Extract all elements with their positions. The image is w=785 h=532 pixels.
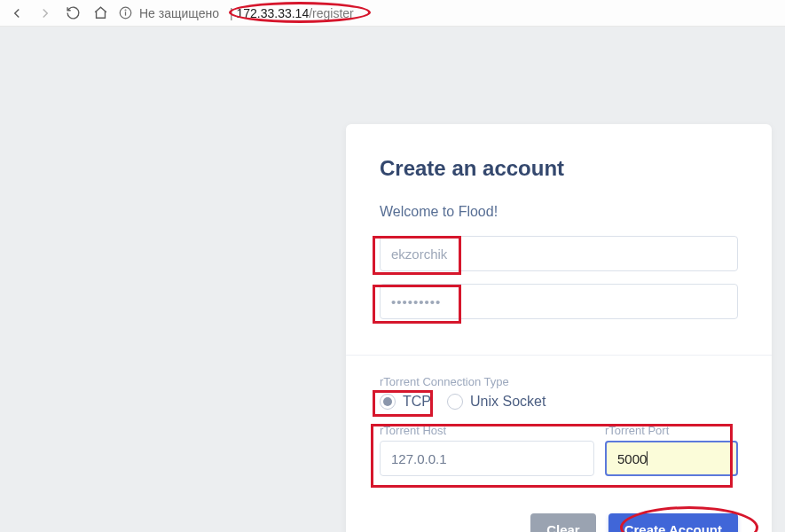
register-card: Create an account Welcome to Flood! rTor… <box>346 124 772 532</box>
radio-unix-label: Unix Socket <box>470 394 546 410</box>
security-label: Не защищено <box>139 6 219 20</box>
radio-tcp-label: TCP <box>403 394 431 410</box>
port-input[interactable]: 5000 <box>605 441 738 476</box>
port-value: 5000 <box>617 451 647 466</box>
host-label: rTorrent Host <box>380 424 594 437</box>
page-background: Create an account Welcome to Flood! rTor… <box>0 27 785 532</box>
browser-toolbar: Не защищено | 172.33.33.14/register <box>0 0 785 27</box>
radio-unix[interactable]: Unix Socket <box>447 394 546 410</box>
svg-point-2 <box>125 10 126 11</box>
address-bar[interactable]: Не защищено | 172.33.33.14/register <box>119 6 354 20</box>
back-icon[interactable] <box>9 5 25 21</box>
radio-circle-icon <box>447 394 463 410</box>
annotation-oval-create <box>620 506 758 532</box>
page-title: Create an account <box>380 156 738 181</box>
host-port-row: rTorrent Host rTorrent Port 5000 <box>380 424 738 476</box>
radio-circle-icon <box>380 394 396 410</box>
radio-group: TCP Unix Socket <box>380 394 738 410</box>
clear-button[interactable]: Clear <box>530 513 596 532</box>
nav-icon-group <box>9 5 108 21</box>
annotation-oval-url <box>229 2 371 23</box>
welcome-text: Welcome to Flood! <box>380 204 738 220</box>
forward-icon[interactable] <box>37 5 53 21</box>
reload-icon[interactable] <box>66 5 81 20</box>
home-icon[interactable] <box>93 5 108 20</box>
divider <box>346 355 772 356</box>
button-row: Clear Create Account <box>380 513 738 532</box>
radio-tcp[interactable]: TCP <box>380 394 431 410</box>
password-input[interactable] <box>380 284 738 319</box>
port-label: rTorrent Port <box>605 424 738 437</box>
connection-type-label: rTorrent Connection Type <box>380 375 738 388</box>
text-caret <box>647 451 648 466</box>
username-input[interactable] <box>380 236 738 271</box>
info-icon[interactable] <box>119 6 132 20</box>
host-input[interactable] <box>380 441 594 476</box>
